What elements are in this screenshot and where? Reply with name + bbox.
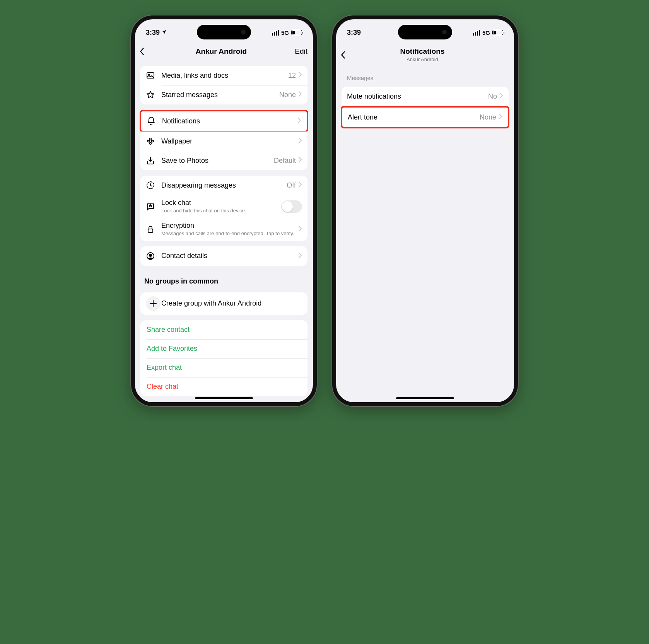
image-icon <box>146 71 161 80</box>
groups-header: No groups in common <box>135 271 313 289</box>
edit-button[interactable]: Edit <box>288 47 307 56</box>
section-message-notifications: Mute notifications No <box>342 87 509 106</box>
row-media-links-docs[interactable]: Media, links and docs 12 <box>140 66 307 85</box>
row-starred-messages[interactable]: Starred messages None <box>140 85 307 104</box>
home-indicator[interactable] <box>396 397 454 399</box>
row-notifications[interactable]: Notifications <box>141 111 307 131</box>
svg-point-7 <box>152 140 154 142</box>
chevron-right-icon <box>298 157 302 164</box>
star-icon <box>146 90 161 99</box>
signal-icon <box>272 30 279 36</box>
row-label: Save to Photos <box>161 157 274 165</box>
row-subtitle: Messages and calls are end-to-end encryp… <box>161 231 298 237</box>
phone-right: 3:39 5G Notifications Ankur Android Mess… <box>332 15 518 406</box>
row-value: Default <box>274 157 296 165</box>
chevron-right-icon <box>298 137 302 145</box>
status-time: 3:39 <box>347 29 361 37</box>
svg-point-3 <box>149 140 152 142</box>
row-value: None <box>279 91 296 99</box>
chevron-right-icon <box>298 252 302 260</box>
battery-icon <box>291 30 302 35</box>
chevron-right-icon <box>298 225 302 233</box>
svg-point-6 <box>147 140 149 142</box>
chevron-right-icon <box>298 91 302 99</box>
row-label: Mute notifications <box>347 92 488 101</box>
row-label: Contact details <box>161 252 298 260</box>
chevron-right-icon <box>499 92 503 100</box>
home-indicator[interactable] <box>195 397 253 399</box>
timer-icon <box>146 181 161 190</box>
highlight-alert-tone: Alert tone None <box>341 106 509 128</box>
network-type: 5G <box>281 29 289 36</box>
row-label: Media, links and docs <box>161 72 288 80</box>
location-icon <box>161 29 167 37</box>
row-alert-tone[interactable]: Alert tone None <box>342 108 508 127</box>
row-value: None <box>480 113 496 121</box>
chevron-right-icon <box>298 72 302 79</box>
row-wallpaper[interactable]: Wallpaper <box>140 132 307 151</box>
row-label: Notifications <box>162 117 297 125</box>
download-icon <box>146 156 161 165</box>
page-title-stack: Notifications Ankur Android <box>355 47 489 62</box>
contact-icon <box>146 251 161 261</box>
action-add-favorites[interactable]: Add to Favorites <box>140 339 307 358</box>
action-export-chat[interactable]: Export chat <box>140 358 307 377</box>
section-media: Media, links and docs 12 Starred message… <box>140 66 307 104</box>
network-type: 5G <box>482 29 490 36</box>
row-label: Lock chat Lock and hide this chat on thi… <box>161 199 281 214</box>
highlight-notifications: Notifications <box>140 110 308 132</box>
bell-icon <box>147 116 162 126</box>
page-subtitle: Ankur Android <box>355 56 489 62</box>
section-actions: Share contact Add to Favorites Export ch… <box>140 320 307 396</box>
svg-point-4 <box>150 138 152 140</box>
row-lock-chat[interactable]: Lock chat Lock and hide this chat on thi… <box>140 195 307 218</box>
row-encryption[interactable]: Encryption Messages and calls are end-to… <box>140 218 307 241</box>
row-contact-details[interactable]: Contact details <box>140 246 307 266</box>
chevron-right-icon <box>298 181 302 189</box>
chevron-right-icon <box>297 117 301 125</box>
back-button[interactable] <box>340 51 355 59</box>
section-header-messages: Messages <box>336 68 514 83</box>
nav-bar: Notifications Ankur Android <box>336 42 514 68</box>
page-title: Notifications <box>355 47 489 56</box>
svg-point-5 <box>150 142 152 144</box>
status-time: 3:39 <box>146 29 160 37</box>
lock-icon <box>146 225 161 234</box>
svg-point-12 <box>149 254 152 256</box>
lock-chat-icon <box>146 202 161 211</box>
row-subtitle: Lock and hide this chat on this device. <box>161 208 281 214</box>
chevron-right-icon <box>499 113 502 121</box>
action-block-contact-peek[interactable]: Block Ankur Android <box>135 401 313 403</box>
back-button[interactable] <box>139 47 154 56</box>
plus-icon <box>146 296 161 311</box>
signal-icon <box>473 30 480 36</box>
row-value: 12 <box>288 72 296 80</box>
page-title: Ankur Android <box>154 47 288 56</box>
lock-chat-toggle[interactable] <box>281 200 302 213</box>
row-value: Off <box>287 181 296 190</box>
row-save-to-photos[interactable]: Save to Photos Default <box>140 151 307 170</box>
row-label: Wallpaper <box>161 137 298 145</box>
nav-bar: Ankur Android Edit <box>135 42 313 62</box>
dynamic-island <box>398 25 452 39</box>
section-privacy: Disappearing messages Off Lock chat Lock… <box>140 176 307 241</box>
wallpaper-icon <box>146 137 161 146</box>
row-disappearing-messages[interactable]: Disappearing messages Off <box>140 176 307 195</box>
svg-marker-2 <box>147 91 154 98</box>
section-create-group: Create group with Ankur Android <box>140 292 307 315</box>
battery-icon <box>492 30 503 35</box>
row-label: Alert tone <box>348 113 480 121</box>
action-share-contact[interactable]: Share contact <box>140 320 307 339</box>
dynamic-island <box>197 25 251 39</box>
row-label: Starred messages <box>161 91 279 99</box>
phone-left: 3:39 5G Ankur Android Edit Media, l <box>131 15 317 406</box>
row-create-group[interactable]: Create group with Ankur Android <box>140 292 307 315</box>
svg-rect-10 <box>148 229 153 232</box>
row-mute-notifications[interactable]: Mute notifications No <box>342 87 509 106</box>
svg-point-1 <box>149 74 150 75</box>
row-label: Create group with Ankur Android <box>161 299 302 307</box>
section-contact: Contact details <box>140 246 307 266</box>
row-value: No <box>488 92 497 101</box>
svg-rect-9 <box>150 205 152 207</box>
action-clear-chat[interactable]: Clear chat <box>140 377 307 396</box>
